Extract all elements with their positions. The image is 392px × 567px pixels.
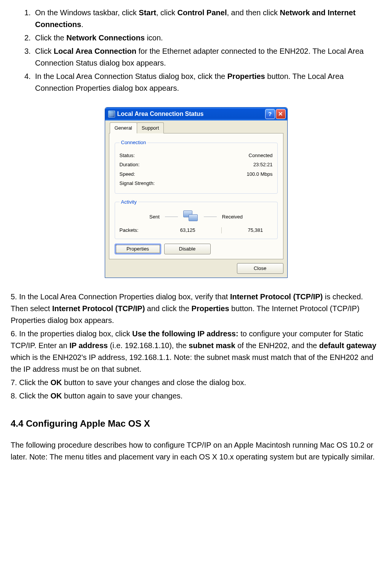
text: button again to save your changes. — [62, 392, 182, 400]
close-button[interactable]: Close — [237, 263, 283, 274]
step-number: 1. — [24, 7, 35, 31]
speed-value: 100.0 Mbps — [247, 170, 273, 178]
bold-text: Properties — [227, 72, 265, 80]
text: On the Windows taskbar, click — [35, 8, 139, 17]
tab-panel-general: Connection Status: Connected Duration: 2… — [109, 133, 283, 259]
titlebar: Local Area Connection Status ? ✕ — [105, 108, 287, 120]
window-title: Local Area Connection Status — [117, 109, 264, 119]
bold-text: subnet mask — [189, 341, 235, 350]
bold-text: Use the following IP address: — [132, 329, 238, 338]
text: 7. Click the — [11, 378, 50, 387]
vertical-separator — [221, 227, 222, 233]
text: Click — [35, 47, 54, 55]
activity-line-left — [165, 217, 178, 217]
step-8: 8. Click the OK button again to save you… — [11, 390, 381, 402]
close-window-button[interactable]: ✕ — [276, 109, 286, 119]
speed-label: Speed: — [120, 170, 135, 178]
step-number: 3. — [24, 45, 35, 69]
bold-text: Start — [139, 8, 156, 17]
window-icon — [108, 111, 115, 117]
text: . — [81, 20, 83, 29]
activity-line-right — [204, 217, 217, 217]
received-label: Received — [222, 213, 243, 221]
step-1: 1. On the Windows taskbar, click Start, … — [24, 7, 381, 31]
step-4: 4. In the Local Area Connection Status d… — [24, 71, 381, 94]
step-3: 3. Click Local Area Connection for the E… — [24, 45, 381, 69]
packets-sent-value: 63,125 — [180, 226, 195, 234]
status-row: Status: Connected — [120, 152, 273, 159]
step-text: Click the Network Connections icon. — [35, 32, 381, 44]
duration-value: 23:52:21 — [253, 161, 273, 169]
instruction-list: 1. On the Windows taskbar, click Start, … — [11, 7, 381, 94]
bold-text: Network Connections — [66, 34, 145, 42]
text: 6. In the properties dialog box, click — [11, 329, 132, 338]
network-monitors-icon — [183, 210, 198, 223]
local-area-connection-status-dialog: Local Area Connection Status ? ✕ General… — [105, 107, 288, 278]
step-7: 7. Click the OK button to save your chan… — [11, 377, 381, 389]
section-heading: 4.4 Configuring Apple Mac OS X — [11, 416, 381, 430]
text: 5. In the Local Area Connection Properti… — [11, 292, 230, 301]
text: button to save your changes and close th… — [62, 378, 246, 387]
speed-row: Speed: 100.0 Mbps — [120, 170, 273, 178]
status-label: Status: — [120, 152, 135, 159]
activity-header-row: Sent Received — [120, 210, 273, 223]
help-button[interactable]: ? — [265, 109, 275, 119]
activity-group: Activity Sent Received Packets: 63,125 — [115, 198, 278, 239]
signal-strength-row: Signal Strength: — [120, 180, 273, 187]
bold-text: Internet Protocol (TCP/IP) — [230, 292, 323, 301]
dialog-bottom-bar: Close — [109, 263, 283, 274]
packets-received-value: 75,381 — [248, 226, 263, 234]
properties-button[interactable]: Properties — [115, 244, 161, 254]
text: 8. Click the — [11, 392, 50, 400]
status-value: Connected — [249, 152, 273, 159]
text: which is the ENH202's IP address, 192.16… — [11, 353, 373, 373]
step-number: 2. — [24, 32, 35, 44]
activity-legend: Activity — [120, 198, 138, 206]
bold-text: Internet Protocol (TCP/IP) — [52, 304, 145, 313]
tab-strip: General Support — [110, 122, 283, 133]
bold-text: default gateway — [319, 341, 376, 350]
bold-text: OK — [50, 392, 62, 400]
step-text: Click Local Area Connection for the Ethe… — [35, 45, 381, 69]
connection-group: Connection Status: Connected Duration: 2… — [115, 139, 278, 194]
step-5: 5. In the Local Area Connection Properti… — [11, 291, 381, 326]
text: , click — [156, 8, 178, 17]
bold-text: Local Area Connection — [54, 47, 136, 55]
dialog-client-area: General Support Connection Status: Conne… — [105, 120, 287, 278]
step-6: 6. In the properties dialog box, click U… — [11, 328, 381, 375]
packets-row: Packets: 63,125 75,381 — [120, 226, 273, 234]
text: , and then click — [227, 8, 280, 17]
text: In the Local Area Connection Status dial… — [35, 72, 227, 80]
signal-strength-label: Signal Strength: — [120, 180, 155, 187]
action-buttons: Properties Disable — [115, 244, 278, 254]
step-text: In the Local Area Connection Status dial… — [35, 71, 381, 94]
bold-text: IP address — [69, 341, 108, 350]
bold-text: Properties — [192, 304, 229, 313]
bold-text: OK — [50, 378, 62, 387]
tab-support[interactable]: Support — [137, 122, 164, 133]
connection-legend: Connection — [120, 139, 148, 146]
text: (i.e. 192.168.1.10), the — [108, 341, 189, 350]
text: icon. — [145, 34, 163, 42]
step-text: On the Windows taskbar, click Start, cli… — [35, 7, 381, 31]
text: of the ENH202, and the — [235, 341, 319, 350]
text: Click the — [35, 34, 66, 42]
dialog-screenshot-container: Local Area Connection Status ? ✕ General… — [11, 107, 381, 278]
step-number: 4. — [24, 71, 35, 94]
packets-label: Packets: — [120, 226, 171, 234]
duration-label: Duration: — [120, 161, 140, 169]
section-paragraph: The following procedure describes how to… — [11, 439, 381, 463]
disable-button[interactable]: Disable — [164, 244, 211, 254]
bold-text: Control Panel — [177, 8, 227, 17]
text: and click the — [145, 304, 191, 313]
sent-label: Sent — [149, 213, 160, 221]
tab-general[interactable]: General — [110, 122, 137, 133]
duration-row: Duration: 23:52:21 — [120, 161, 273, 169]
step-2: 2. Click the Network Connections icon. — [24, 32, 381, 44]
